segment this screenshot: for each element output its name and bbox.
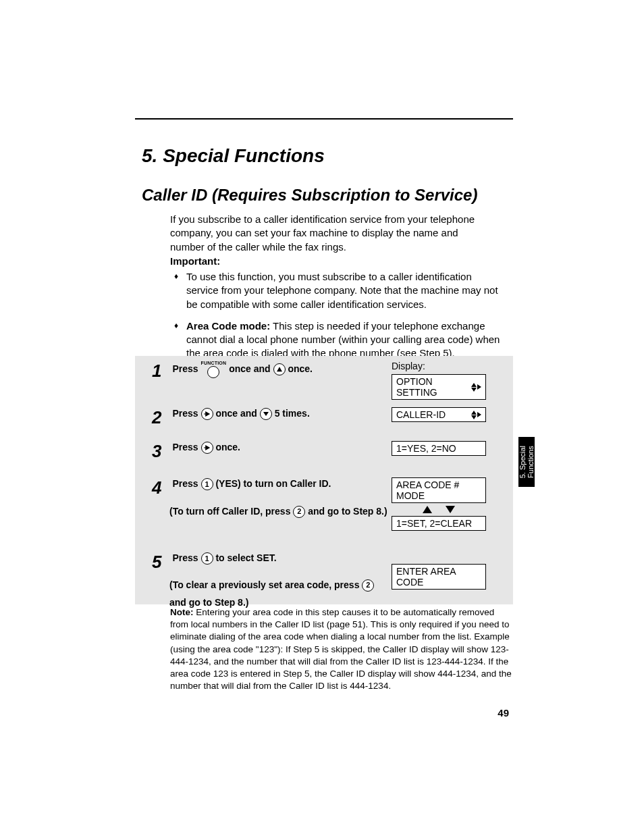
- step-2: 2 Press once and 5 times.: [152, 407, 388, 428]
- note-label: Note:: [170, 607, 194, 617]
- note-text: Entering your area code in this step cau…: [170, 607, 512, 691]
- display-column: 1=YES, 2=NO: [392, 441, 486, 456]
- display-text: 1=YES, 2=NO: [396, 443, 456, 454]
- bullet-text: To use this function, you must subscribe…: [186, 271, 498, 310]
- manual-page: 5. Special Functions Caller ID (Requires…: [0, 0, 644, 834]
- button-digit: 1: [205, 554, 209, 563]
- list-item: To use this function, you must subscribe…: [174, 270, 504, 311]
- display-column: CALLER-ID: [392, 407, 486, 422]
- display-header: Display:: [392, 361, 486, 371]
- step-5: 5 Press 1 to select SET. (To clear a pre…: [152, 552, 388, 612]
- bullet-lead: Area Code mode:: [186, 320, 270, 332]
- step-text-fragment: Press: [172, 408, 200, 419]
- step-text-fragment: 5 times.: [275, 408, 310, 419]
- display-text: ENTER AREA CODE: [396, 566, 481, 588]
- step-1: 1 Press FUNCTION once and once.: [152, 361, 388, 382]
- step-text: Press once and 5 times.: [172, 408, 309, 419]
- step-text: Press 1 (YES) to turn on Caller ID.: [172, 478, 331, 489]
- display-box: 1=YES, 2=NO: [392, 441, 486, 456]
- step-text-fragment: to select SET.: [215, 552, 276, 563]
- sidetab-line: 5. Special: [518, 446, 527, 478]
- display-box: ENTER AREA CODE: [392, 564, 486, 590]
- display-column: ENTER AREA CODE: [392, 564, 486, 590]
- down-button-icon: [260, 408, 272, 420]
- display-box: CALLER-ID: [392, 407, 486, 422]
- step-text-fragment: once and: [229, 363, 273, 374]
- section-tab: 5. Special Functions: [518, 437, 535, 487]
- step-number: 1: [152, 361, 169, 382]
- display-text: CALLER-ID: [396, 409, 446, 420]
- note-paragraph: Note: Entering your area code in this st…: [170, 606, 512, 693]
- step-text: Press FUNCTION once and once.: [172, 363, 313, 374]
- display-box: OPTION SETTING: [392, 374, 486, 400]
- step-text-fragment: Press: [172, 478, 200, 489]
- section-title: Caller ID (Requires Subscription to Serv…: [142, 186, 477, 205]
- step-text-fragment: (To clear a previously set area code, pr…: [169, 579, 362, 590]
- step-text-fragment: (To turn off Caller ID, press: [169, 506, 293, 517]
- step-text-fragment: Press: [172, 552, 200, 563]
- one-button-icon: 1: [201, 552, 213, 565]
- function-button-label: FUNCTION: [201, 361, 227, 365]
- nav-arrows-icon: [471, 383, 481, 392]
- step-text-fragment: once and: [215, 408, 259, 419]
- display-text: OPTION SETTING: [396, 376, 471, 398]
- step-number: 5: [152, 552, 169, 573]
- button-digit: 2: [297, 506, 301, 519]
- right-button-icon: [201, 408, 213, 420]
- display-box: 1=SET, 2=CLEAR: [392, 516, 486, 531]
- step-subtext: (To turn off Caller ID, press 2 and go t…: [169, 504, 388, 520]
- intro-paragraph: If you subscribe to a caller identificat…: [170, 213, 494, 254]
- step-text-fragment: and go to Step 8.): [308, 506, 387, 517]
- section-tab-label: 5. Special Functions: [518, 446, 535, 478]
- button-digit: 1: [205, 480, 209, 488]
- step-text-fragment: (YES) to turn on Caller ID.: [215, 478, 331, 489]
- display-text: 1=SET, 2=CLEAR: [396, 518, 472, 529]
- step-text-fragment: once.: [288, 363, 313, 374]
- step-number: 3: [152, 441, 169, 462]
- step-text-fragment: once.: [215, 442, 240, 452]
- function-button-icon: FUNCTION: [201, 361, 227, 378]
- step-text: Press once.: [172, 442, 240, 452]
- two-button-icon: 2: [293, 506, 305, 518]
- step-text: Press 1 to select SET.: [172, 552, 276, 563]
- display-text: AREA CODE # MODE: [396, 479, 481, 501]
- bullet-list: To use this function, you must subscribe…: [174, 270, 504, 369]
- step-number: 4: [152, 477, 169, 498]
- page-number: 49: [498, 707, 509, 719]
- chapter-title: 5. Special Functions: [142, 145, 325, 167]
- right-button-icon: [201, 442, 213, 454]
- step-number: 2: [152, 407, 169, 428]
- step-4: 4 Press 1 (YES) to turn on Caller ID. (T…: [152, 477, 388, 520]
- header-rule: [135, 118, 513, 120]
- one-button-icon: 1: [201, 478, 213, 490]
- step-3: 3 Press once.: [152, 441, 388, 462]
- up-button-icon: [273, 363, 286, 375]
- display-box: AREA CODE # MODE: [392, 477, 486, 503]
- nav-arrows-row: [392, 506, 486, 513]
- button-digit: 2: [366, 579, 370, 592]
- two-button-icon: 2: [362, 579, 374, 592]
- sidetab-line: Functions: [527, 446, 535, 478]
- up-arrow-icon: [423, 506, 432, 513]
- list-item: Area Code mode: This step is needed if y…: [174, 319, 504, 361]
- display-column: Display: OPTION SETTING: [392, 361, 486, 400]
- down-arrow-icon: [446, 506, 455, 513]
- step-text-fragment: Press: [172, 363, 200, 374]
- step-text-fragment: Press: [172, 442, 200, 452]
- nav-arrows-icon: [471, 411, 481, 419]
- important-label: Important:: [170, 255, 220, 267]
- display-column: AREA CODE # MODE 1=SET, 2=CLEAR: [392, 477, 486, 531]
